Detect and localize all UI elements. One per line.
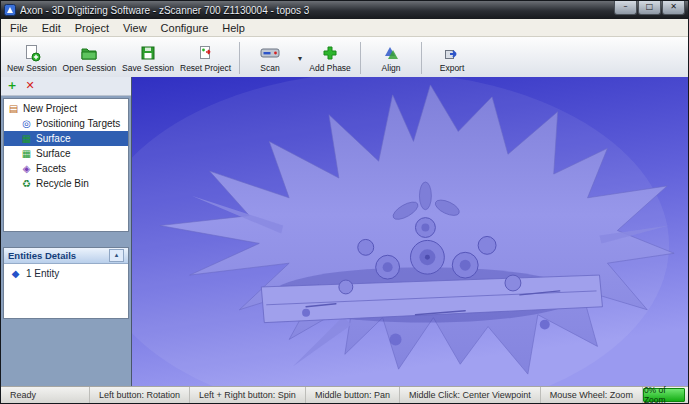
- status-hint-spin: Left + Right button: Spin: [190, 387, 306, 403]
- new-session-icon: [23, 44, 41, 62]
- viewport-3d[interactable]: [131, 77, 688, 387]
- menu-edit[interactable]: Edit: [35, 21, 68, 35]
- add-phase-button[interactable]: Add Phase: [305, 38, 355, 78]
- save-session-label: Save Session: [122, 63, 174, 73]
- export-icon: [443, 44, 461, 62]
- add-phase-label: Add Phase: [309, 63, 351, 73]
- entities-details-header: Entities Details ▴: [4, 248, 128, 264]
- menu-configure[interactable]: Configure: [154, 21, 216, 35]
- menu-help[interactable]: Help: [215, 21, 252, 35]
- menu-project[interactable]: Project: [68, 21, 116, 35]
- status-hint-zoom: Mouse Wheel: Zoom: [541, 387, 643, 403]
- tree-label: Positioning Targets: [36, 118, 120, 129]
- entities-list: ◆ 1 Entity: [4, 264, 128, 318]
- minimize-icon[interactable]: –: [614, 1, 637, 15]
- status-bar: Ready Left button: Rotation Left + Right…: [1, 386, 688, 403]
- window-title: Axon - 3D Digitizing Software - zScanner…: [20, 5, 309, 16]
- new-session-button[interactable]: New Session: [4, 38, 60, 78]
- title-bar: Axon - 3D Digitizing Software - zScanner…: [1, 1, 688, 19]
- app-window: Axon - 3D Digitizing Software - zScanner…: [0, 0, 689, 404]
- align-button[interactable]: Align: [366, 38, 416, 78]
- align-icon: [382, 44, 400, 62]
- align-label: Align: [382, 63, 401, 73]
- tree-item-surface[interactable]: ▦ Surface: [4, 146, 128, 161]
- facets-icon: ◈: [21, 163, 32, 174]
- scan-render: [132, 77, 688, 387]
- add-phase-icon: [321, 44, 339, 62]
- scan-dropdown-icon[interactable]: ▾: [295, 54, 305, 63]
- window-controls: – □ ✕: [614, 1, 685, 15]
- status-hint-rotation: Left button: Rotation: [90, 387, 190, 403]
- entities-details-panel: Entities Details ▴ ◆ 1 Entity: [3, 247, 129, 319]
- status-ready: Ready: [1, 387, 90, 403]
- toolbar-separator: [239, 42, 240, 74]
- project-icon: ▤: [8, 103, 19, 114]
- zoom-progress-badge: 0% of Zoom: [643, 388, 685, 402]
- project-panel: + ✕ ▤ New Project ◎ Positioning Targets …: [1, 77, 131, 387]
- toolbar-separator: [421, 42, 422, 74]
- status-hint-pan: Middle button: Pan: [306, 387, 400, 403]
- export-button[interactable]: Export: [427, 38, 477, 78]
- tree-item-surface-selected[interactable]: ▦ Surface: [4, 131, 128, 146]
- add-entity-icon[interactable]: +: [6, 80, 18, 92]
- tree-label: Surface: [36, 133, 70, 144]
- collapse-panel-icon[interactable]: ▴: [109, 249, 124, 262]
- reset-project-icon: [197, 44, 215, 62]
- maximize-icon[interactable]: □: [638, 1, 661, 15]
- open-session-button[interactable]: Open Session: [60, 38, 119, 78]
- tree-item-facets[interactable]: ◈ Facets: [4, 161, 128, 176]
- entities-details-title: Entities Details: [8, 250, 76, 261]
- delete-entity-icon[interactable]: ✕: [24, 80, 36, 92]
- app-icon: [4, 4, 16, 16]
- scan-label: Scan: [260, 63, 279, 73]
- toolbar: New Session Open Session Save Session: [1, 37, 688, 80]
- surface-icon: ▦: [21, 133, 32, 144]
- save-session-icon: [139, 44, 157, 62]
- scan-icon: [259, 44, 281, 62]
- panel-toolbar: + ✕: [1, 77, 131, 96]
- menu-view[interactable]: View: [116, 21, 154, 35]
- tree-item-recycle-bin[interactable]: ♻ Recycle Bin: [4, 176, 128, 191]
- save-session-button[interactable]: Save Session: [119, 38, 177, 78]
- menu-file[interactable]: File: [3, 21, 35, 35]
- tree-item-new-project[interactable]: ▤ New Project: [4, 101, 128, 116]
- status-hint-center: Middle Click: Center Viewpoint: [400, 387, 541, 403]
- new-session-label: New Session: [7, 63, 57, 73]
- scan-button[interactable]: Scan: [245, 43, 295, 74]
- tree-label: New Project: [23, 103, 77, 114]
- tree-label: Recycle Bin: [36, 178, 89, 189]
- menu-bar: File Edit Project View Configure Help: [1, 19, 688, 37]
- close-icon[interactable]: ✕: [662, 1, 685, 15]
- open-session-icon: [80, 44, 98, 62]
- tree-label: Surface: [36, 148, 70, 159]
- tree-item-positioning-targets[interactable]: ◎ Positioning Targets: [4, 116, 128, 131]
- tree-label: Facets: [36, 163, 66, 174]
- toolbar-separator: [360, 42, 361, 74]
- main-area: + ✕ ▤ New Project ◎ Positioning Targets …: [1, 77, 688, 387]
- recycle-bin-icon: ♻: [21, 178, 32, 189]
- project-tree: ▤ New Project ◎ Positioning Targets ▦ Su…: [3, 98, 129, 232]
- export-label: Export: [440, 63, 465, 73]
- reset-project-button[interactable]: Reset Project: [177, 38, 234, 78]
- surface-icon: ▦: [21, 148, 32, 159]
- entity-icon: ◆: [10, 268, 21, 279]
- entity-row[interactable]: 1 Entity: [26, 268, 59, 279]
- targets-icon: ◎: [21, 118, 32, 129]
- open-session-label: Open Session: [63, 63, 116, 73]
- reset-project-label: Reset Project: [180, 63, 231, 73]
